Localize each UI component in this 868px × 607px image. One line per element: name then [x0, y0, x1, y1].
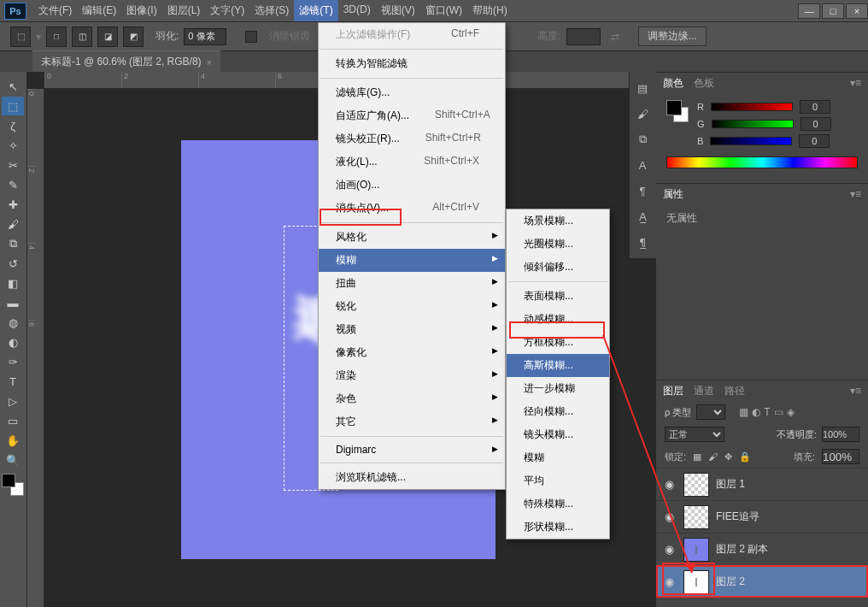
minimize-button[interactable]: —	[798, 3, 820, 19]
lock-all-icon[interactable]: 🔒	[739, 451, 751, 463]
filter-item[interactable]: Digimarc	[319, 439, 505, 460]
heal-tool[interactable]: ✚	[2, 195, 24, 214]
filter-item[interactable]: 液化(L)...Shift+Ctrl+X	[319, 150, 505, 174]
blur-item[interactable]: 表面模糊...	[507, 285, 609, 308]
blur-item[interactable]: 镜头模糊...	[507, 423, 609, 446]
history-icon[interactable]: ▤	[633, 79, 652, 97]
panel-menu-icon[interactable]: ▾≡	[850, 385, 861, 397]
type-tool[interactable]: T	[2, 372, 24, 391]
blend-mode-select[interactable]: 正常	[665, 427, 724, 442]
menu-1[interactable]: 编辑(E)	[77, 0, 121, 21]
filter-item[interactable]: 滤镜库(G)...	[319, 81, 505, 104]
filter-smart-icon[interactable]: ◈	[787, 406, 795, 418]
para-icon[interactable]: ¶	[633, 181, 652, 200]
filter-item[interactable]: 其它	[319, 410, 505, 433]
r-slider[interactable]	[711, 103, 793, 111]
eraser-tool[interactable]: ◧	[2, 274, 24, 292]
b-value[interactable]: 0	[799, 134, 830, 148]
brush-preset-icon[interactable]: 🖌	[633, 104, 652, 123]
blur-item[interactable]: 高斯模糊...	[507, 354, 609, 377]
pen-tool[interactable]: ✑	[2, 352, 24, 371]
zoom-tool[interactable]: 🔍	[2, 451, 24, 469]
filter-item[interactable]: 视频	[319, 318, 505, 341]
blur-item[interactable]: 动感模糊...	[507, 308, 609, 331]
crop-tool[interactable]: ✂	[2, 156, 24, 174]
panel-menu-icon[interactable]: ▾≡	[850, 188, 861, 200]
shape-tool[interactable]: ▭	[2, 411, 24, 430]
spectrum-bar[interactable]	[666, 156, 858, 168]
dodge-tool[interactable]: ◐	[2, 333, 24, 351]
menu-10[interactable]: 帮助(H)	[467, 0, 513, 21]
stamp-tool[interactable]: ⧉	[2, 234, 24, 253]
marquee-add-icon[interactable]: ◫	[72, 27, 92, 47]
move-tool[interactable]: ↖	[2, 77, 24, 96]
fill-input[interactable]	[822, 449, 859, 464]
antialias-checkbox[interactable]	[245, 31, 257, 43]
visibility-icon[interactable]: ◉	[665, 510, 677, 523]
gradient-tool[interactable]: ▬	[2, 293, 24, 312]
blur-item[interactable]: 径向模糊...	[507, 400, 609, 423]
blur-item[interactable]: 形状模糊...	[507, 516, 609, 539]
menu-6[interactable]: 滤镜(T)	[294, 0, 337, 21]
filter-shape-icon[interactable]: ▭	[774, 406, 783, 418]
close-button[interactable]: ×	[846, 3, 868, 19]
g-value[interactable]: 0	[801, 117, 831, 131]
blur-item[interactable]: 光圈模糊...	[507, 233, 609, 256]
marquee-rect-icon[interactable]: □	[46, 27, 67, 47]
history-brush-tool[interactable]: ↺	[2, 254, 24, 273]
blur-item[interactable]: 模糊	[507, 446, 609, 469]
tab-properties[interactable]: 属性	[663, 187, 683, 202]
r-value[interactable]: 0	[800, 100, 830, 114]
path-tool[interactable]: ▷	[2, 392, 24, 410]
filter-item[interactable]: 油画(O)...	[319, 174, 505, 197]
layer-row[interactable]: ◉FIEE追寻	[656, 500, 868, 533]
marquee-intersect-icon[interactable]: ◩	[123, 27, 144, 47]
filter-item[interactable]: 自适应广角(A)...Shift+Ctrl+A	[319, 104, 505, 127]
filter-item[interactable]: 浏览联机滤镜...	[319, 466, 505, 489]
marquee-sub-icon[interactable]: ◪	[97, 27, 118, 47]
layer-row[interactable]: ◉I图层 2	[656, 565, 868, 598]
tab-paths[interactable]: 路径	[724, 384, 745, 398]
b-slider[interactable]	[710, 137, 792, 145]
maximize-button[interactable]: □	[822, 3, 844, 19]
hand-tool[interactable]: ✋	[2, 431, 24, 450]
blur-item[interactable]: 平均	[507, 469, 609, 492]
blur-tool[interactable]: ◍	[2, 313, 24, 332]
menu-4[interactable]: 文字(Y)	[205, 0, 249, 21]
char-icon[interactable]: A	[633, 156, 652, 174]
close-tab-icon[interactable]: ×	[207, 57, 212, 68]
tab-channels[interactable]: 通道	[694, 384, 714, 398]
panel-menu-icon[interactable]: ▾≡	[850, 77, 861, 89]
brush-tool[interactable]: 🖌	[2, 215, 24, 233]
height-input[interactable]	[566, 28, 601, 45]
opacity-input[interactable]	[822, 427, 859, 442]
lock-paint-icon[interactable]: 🖌	[708, 451, 718, 462]
document-tab[interactable]: 未标题-1 @ 60.6% (图层 2, RGB/8) ×	[32, 50, 220, 73]
lock-move-icon[interactable]: ✥	[724, 451, 732, 463]
menu-8[interactable]: 视图(V)	[376, 0, 420, 21]
refine-edge-button[interactable]: 调整边缘...	[638, 27, 707, 46]
blur-item[interactable]: 场景模糊...	[507, 209, 609, 233]
visibility-icon[interactable]: ◉	[665, 478, 677, 491]
eyedropper-tool[interactable]: ✎	[2, 175, 24, 194]
feather-input[interactable]	[184, 28, 226, 45]
filter-item[interactable]: 镜头校正(R)...Shift+Ctrl+R	[319, 127, 505, 150]
blur-item[interactable]: 特殊模糊...	[507, 492, 609, 516]
menu-3[interactable]: 图层(L)	[162, 0, 206, 21]
kind-select[interactable]	[696, 404, 725, 420]
filter-adjust-icon[interactable]: ◐	[752, 406, 760, 418]
menu-9[interactable]: 窗口(W)	[420, 0, 467, 21]
visibility-icon[interactable]: ◉	[665, 575, 677, 588]
blur-item[interactable]: 进一步模糊	[507, 377, 609, 400]
filter-item[interactable]: 上次滤镜操作(F)Ctrl+F	[319, 23, 505, 46]
filter-item[interactable]: 消失点(V)...Alt+Ctrl+V	[319, 197, 505, 220]
lasso-tool[interactable]: ζ	[2, 116, 24, 135]
filter-item[interactable]: 扭曲	[319, 272, 505, 295]
wand-tool[interactable]: ✧	[2, 136, 24, 155]
g-slider[interactable]	[712, 120, 794, 128]
marquee-tool[interactable]: ⬚	[2, 97, 24, 115]
filter-pixel-icon[interactable]: ▦	[739, 406, 748, 418]
menu-0[interactable]: 文件(F)	[33, 0, 77, 21]
filter-item[interactable]: 模糊	[319, 249, 505, 272]
clone-icon[interactable]: ⧉	[633, 130, 652, 149]
